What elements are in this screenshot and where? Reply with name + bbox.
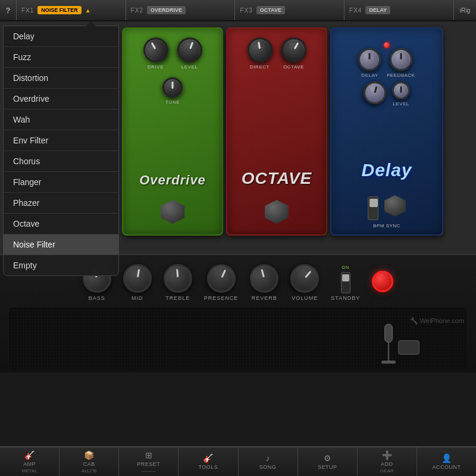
mic-base: [381, 361, 396, 364]
irig-button[interactable]: iRig: [454, 7, 476, 14]
song-icon: ♪: [266, 453, 270, 463]
delay-middle-knob-group: [364, 82, 386, 107]
standby-group: ON STANDBY: [331, 265, 360, 301]
power-button-group: [372, 271, 393, 295]
dropdown-arrow: [86, 21, 96, 26]
delay-pedal: DELAY FEEDBACK LEVEL Delay: [330, 27, 443, 236]
tone-knob[interactable]: [162, 77, 183, 98]
presence-knob[interactable]: [202, 259, 240, 298]
delay-time-knob-group: DELAY: [358, 48, 381, 78]
overdrive-pedal-name: Overdrive: [139, 173, 206, 188]
presence-knob-group: PRESENCE: [204, 264, 239, 301]
tone-knob-group: TONE: [162, 77, 183, 105]
dropdown-item-wah[interactable]: Wah: [4, 109, 118, 130]
mid-knob-group: MID: [123, 264, 152, 301]
dropdown-item-noise-filter[interactable]: Noise Filter: [4, 234, 118, 255]
cab-icon: 📦: [84, 450, 94, 460]
delay-stomp-button[interactable]: [384, 195, 406, 217]
fx1-arrow: ▲: [85, 7, 91, 14]
fx-bar: ? FX1 NOISE FILTER ▲ FX2 OVERDRIVE FX3 O…: [0, 0, 476, 21]
volume-knob[interactable]: [285, 258, 325, 299]
power-button[interactable]: [372, 271, 393, 292]
fx2-slot[interactable]: FX2 OVERDRIVE: [126, 0, 236, 20]
octave-stomp-button[interactable]: [265, 200, 289, 224]
song-tab[interactable]: ♪ SONG: [239, 447, 298, 476]
dropdown-item-env-filter[interactable]: Env Filter: [4, 130, 118, 151]
octave-pedal-name: OCTAVE: [242, 169, 312, 188]
account-tab[interactable]: 👤 ACCOUNT: [417, 447, 476, 476]
on-label: ON: [342, 265, 349, 270]
tools-icon: 🎸: [203, 453, 213, 463]
delay-feedback-knob-group: FEEDBACK: [387, 48, 415, 78]
level-knob-group: LEVEL: [177, 37, 202, 70]
dropdown-item-octave[interactable]: Octave: [4, 214, 118, 234]
bpm-toggle-group: [368, 196, 378, 220]
overdrive-top-knobs: DRIVE LEVEL: [143, 37, 202, 70]
overdrive-pedal: DRIVE LEVEL TONE Overdrive: [122, 27, 223, 236]
help-button[interactable]: ?: [0, 0, 17, 20]
delay-led: [384, 42, 390, 48]
amp-icon: 🎸: [24, 450, 35, 460]
tools-tab[interactable]: 🎸 ToOLS: [178, 447, 238, 476]
dropdown-item-overdrive[interactable]: Overdrive: [4, 89, 118, 109]
octave-pedal: DIRECT OCTAVE OCTAVE: [226, 27, 327, 236]
octave-knob[interactable]: [277, 33, 311, 67]
direct-knob[interactable]: [245, 36, 274, 65]
preset-icon: ⊞: [145, 450, 152, 460]
dropdown-item-phazer[interactable]: Phazer: [4, 193, 118, 214]
drive-knob[interactable]: [139, 33, 173, 67]
overdrive-stomp-button[interactable]: [161, 200, 184, 224]
standby-label: STANDBY: [331, 295, 360, 301]
delay-level-knob[interactable]: [392, 82, 410, 99]
setup-tab[interactable]: ⚙ SETUP: [298, 447, 358, 476]
fx-dropdown-overlay: Delay Fuzz Distortion Overdrive Wah Env …: [0, 21, 122, 253]
bottom-toolbar: 🎸 AMP METAL 📦 CAB 4x12"B ⊞ PRESET ——— 🎸 …: [0, 446, 476, 476]
add-gear-icon: ➕: [382, 450, 392, 460]
dropdown-item-chorus[interactable]: Chorus: [4, 151, 118, 172]
dropdown-item-distortion[interactable]: Distortion: [4, 68, 118, 89]
dropdown-menu: Delay Fuzz Distortion Overdrive Wah Env …: [3, 26, 119, 276]
bpm-toggle[interactable]: [368, 196, 378, 220]
delay-mid-knobs: LEVEL: [364, 82, 410, 107]
octave-top-knobs: DIRECT OCTAVE: [248, 37, 306, 70]
delay-level-knob-group: LEVEL: [392, 82, 410, 107]
preset-tab[interactable]: ⊞ PRESET ———: [119, 447, 178, 476]
delay-feedback-knob[interactable]: [390, 48, 412, 71]
treble-knob-group: TREBLE: [164, 264, 192, 301]
dropdown-item-delay[interactable]: Delay: [4, 26, 118, 47]
dropdown-item-empty[interactable]: Empty: [4, 255, 118, 275]
bpm-sync-label: BPM SYNC: [373, 223, 400, 228]
standby-handle: [342, 274, 349, 281]
delay-time-knob[interactable]: [358, 48, 381, 71]
microphone: [381, 324, 396, 364]
fx3-slot[interactable]: FX3 OCTAVE: [235, 0, 345, 20]
fx4-slot[interactable]: FX4 DELAY: [345, 0, 454, 20]
overdrive-tone-knob: TONE: [162, 77, 183, 105]
add-gear-tab[interactable]: ➕ ADD GEAR: [358, 447, 417, 476]
fx1-slot[interactable]: FX1 NOISE FILTER ▲: [17, 0, 126, 20]
octave-knob-group: OCTAVE: [281, 37, 306, 70]
amp-tab[interactable]: 🎸 AMP METAL: [0, 447, 60, 476]
volume-knob-group: VOLUME: [290, 264, 319, 301]
setup-icon: ⚙: [324, 453, 331, 463]
reverb-knob-group: REVERB: [250, 264, 278, 301]
mid-knob[interactable]: [121, 262, 154, 295]
dropdown-item-flanger[interactable]: Flanger: [4, 172, 118, 193]
treble-knob[interactable]: [162, 263, 193, 294]
pedals-container: DRIVE LEVEL TONE Overdrive: [119, 21, 476, 253]
delay-pedal-name: Delay: [361, 160, 412, 180]
cab-tab[interactable]: 📦 CAB 4x12"B: [60, 447, 119, 476]
toggle-handle: [369, 199, 378, 207]
level-knob[interactable]: [174, 34, 206, 66]
standby-toggle[interactable]: [341, 272, 350, 293]
delay-mid-knob[interactable]: [361, 79, 389, 107]
mic-head: [384, 324, 393, 343]
delay-top-knobs: DELAY FEEDBACK: [358, 48, 415, 78]
main-pedal-area: Delay Fuzz Distortion Overdrive Wah Env …: [0, 21, 476, 253]
reverb-knob[interactable]: [247, 261, 282, 296]
bpm-row: [368, 195, 406, 221]
dropdown-item-fuzz[interactable]: Fuzz: [4, 47, 118, 68]
drive-knob-group: DRIVE: [143, 37, 168, 70]
speaker-grille: [9, 307, 467, 369]
grille-texture: [9, 307, 467, 369]
